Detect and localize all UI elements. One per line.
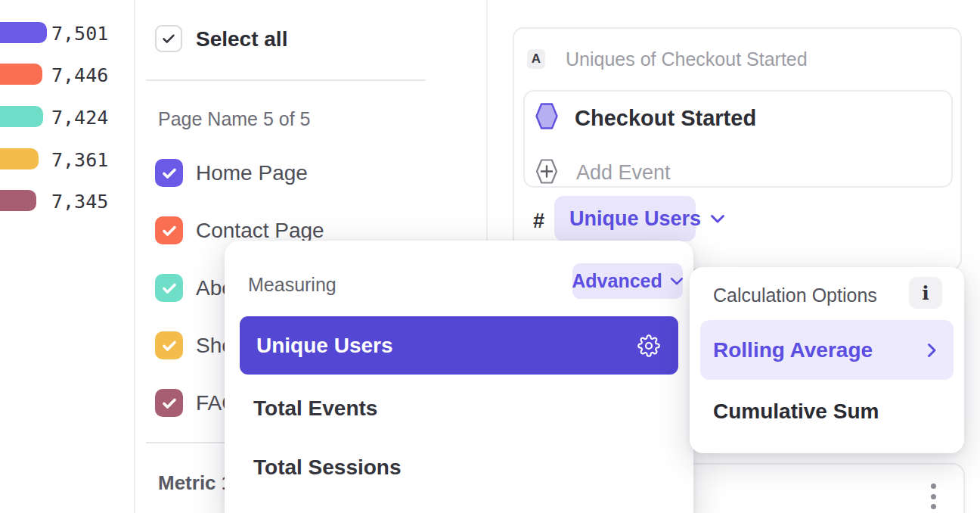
- divider: [134, 0, 135, 513]
- advanced-mode-dropdown[interactable]: Advanced: [572, 263, 683, 299]
- menu-option-label: Unique Users: [256, 334, 393, 358]
- calculation-options-title: Calculation Options: [713, 284, 877, 306]
- event-hexagon-icon: [535, 102, 559, 133]
- measuring-menu: Measuring Advanced Unique Users Total Ev…: [225, 241, 693, 513]
- calculation-options-menu: Calculation Options i Rolling Average Cu…: [690, 267, 964, 453]
- legend-value: 7,361: [51, 149, 108, 171]
- legend-value: 7,424: [51, 107, 108, 129]
- checkmark-icon: [160, 30, 177, 47]
- calc-option-rolling-average[interactable]: Rolling Average: [700, 320, 954, 380]
- measured-as-value: Unique Users: [569, 207, 701, 231]
- measuring-menu-title: Measuring: [248, 274, 336, 296]
- checkmark-icon: [160, 394, 178, 412]
- divider: [146, 79, 426, 81]
- info-icon[interactable]: i: [909, 277, 942, 309]
- calc-option-cumulative-sum[interactable]: Cumulative Sum: [700, 394, 954, 429]
- checkmark-icon: [160, 279, 178, 297]
- query-builder-card: A Uniques of Checkout Started Checkout S…: [513, 27, 962, 270]
- legend-swatch-bar: [0, 190, 36, 211]
- measure-hash-label: #: [533, 210, 544, 233]
- select-all-label: Select all: [196, 27, 287, 51]
- chevron-right-icon: [927, 343, 937, 358]
- menu-option-label: Total Sessions: [253, 455, 402, 480]
- menu-option-total-sessions[interactable]: Total Sessions: [240, 451, 678, 484]
- checked-checkbox[interactable]: [155, 216, 183, 244]
- metric-title-placeholder[interactable]: Uniques of Checkout Started: [566, 49, 808, 69]
- menu-option-unique-users[interactable]: Unique Users: [240, 316, 678, 375]
- legend-swatch-bar: [0, 22, 47, 43]
- chevron-down-icon: [670, 277, 684, 286]
- legend-swatch-bar: [0, 64, 42, 85]
- menu-option-total-events[interactable]: Total Events: [240, 392, 678, 425]
- calc-option-label: Rolling Average: [713, 338, 873, 362]
- legend-swatch-bar: [0, 148, 39, 169]
- checkmark-icon: [160, 337, 178, 355]
- legend-value: 7,446: [51, 64, 108, 86]
- gear-icon[interactable]: [637, 334, 660, 357]
- filter-row-home-page[interactable]: Home Page: [155, 159, 480, 188]
- event-card: Checkout Started Add Event: [523, 90, 953, 188]
- analytics-screen: 7,501 7,446 7,424 7,361 7,345 Select all…: [0, 0, 980, 513]
- filter-row-label: Contact Page: [196, 219, 324, 243]
- add-event-label[interactable]: Add Event: [576, 161, 671, 185]
- select-all-checkbox[interactable]: [155, 25, 182, 52]
- metric-section-label: Metric 1: [158, 471, 232, 495]
- filter-row-label: Home Page: [196, 161, 308, 185]
- metric-badge[interactable]: A: [527, 49, 545, 69]
- checkmark-icon: [160, 222, 178, 240]
- event-name[interactable]: Checkout Started: [575, 106, 756, 131]
- chevron-down-icon: [710, 214, 725, 224]
- add-event-icon: [535, 158, 559, 188]
- legend-value: 7,345: [51, 191, 108, 213]
- legend-swatch-bar: [0, 106, 43, 127]
- checkmark-icon: [160, 164, 178, 182]
- kebab-menu-icon[interactable]: [926, 483, 941, 509]
- checked-checkbox[interactable]: [155, 159, 183, 187]
- checked-checkbox[interactable]: [155, 274, 183, 302]
- group-by-label: Page Name 5 of 5: [158, 108, 311, 130]
- legend-value: 7,501: [51, 23, 108, 45]
- advanced-mode-label: Advanced: [572, 270, 662, 292]
- checked-checkbox[interactable]: [155, 331, 183, 359]
- calc-option-label: Cumulative Sum: [713, 400, 879, 424]
- menu-option-label: Total Events: [253, 396, 377, 421]
- measured-as-dropdown[interactable]: Unique Users: [554, 196, 696, 241]
- checked-checkbox[interactable]: [155, 389, 183, 417]
